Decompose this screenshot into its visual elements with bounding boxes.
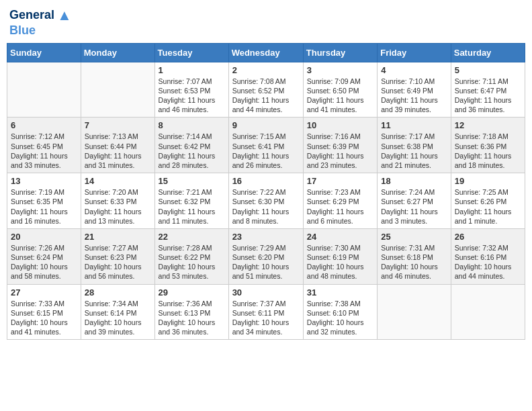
page-header: General ▲ Blue [7,7,525,38]
calendar-cell: 11Sunrise: 7:17 AM Sunset: 6:38 PM Dayli… [378,118,451,173]
day-info: Sunrise: 7:12 AM Sunset: 6:45 PM Dayligh… [11,132,77,170]
calendar-cell: 7Sunrise: 7:13 AM Sunset: 6:44 PM Daylig… [81,118,154,173]
calendar-cell [81,62,154,118]
day-number: 2 [232,65,300,75]
day-info: Sunrise: 7:16 AM Sunset: 6:39 PM Dayligh… [307,132,373,170]
calendar-table: SundayMondayTuesdayWednesdayThursdayFrid… [7,43,525,340]
day-info: Sunrise: 7:18 AM Sunset: 6:36 PM Dayligh… [455,132,521,170]
day-number: 21 [85,232,151,242]
day-info: Sunrise: 7:27 AM Sunset: 6:23 PM Dayligh… [85,243,151,281]
day-info: Sunrise: 7:17 AM Sunset: 6:38 PM Dayligh… [381,132,447,170]
day-number: 4 [381,65,447,75]
calendar-header-row: SundayMondayTuesdayWednesdayThursdayFrid… [7,43,525,62]
day-number: 12 [455,120,521,130]
day-number: 18 [381,176,447,186]
calendar-week-row: 27Sunrise: 7:33 AM Sunset: 6:15 PM Dayli… [7,284,525,340]
day-number: 3 [307,65,373,75]
day-info: Sunrise: 7:22 AM Sunset: 6:30 PM Dayligh… [232,187,300,226]
calendar-cell [378,284,451,340]
calendar-cell: 2Sunrise: 7:08 AM Sunset: 6:52 PM Daylig… [228,62,303,118]
calendar-cell: 18Sunrise: 7:24 AM Sunset: 6:27 PM Dayli… [378,173,451,229]
calendar-cell: 25Sunrise: 7:31 AM Sunset: 6:18 PM Dayli… [378,228,451,284]
calendar-cell: 12Sunrise: 7:18 AM Sunset: 6:36 PM Dayli… [451,118,525,173]
col-header-tuesday: Tuesday [154,43,228,62]
logo-bird-icon: ▲ [57,7,72,24]
day-number: 8 [159,120,225,130]
calendar-week-row: 6Sunrise: 7:12 AM Sunset: 6:45 PM Daylig… [7,118,525,173]
logo-text-blue: Blue [9,24,36,37]
day-info: Sunrise: 7:32 AM Sunset: 6:16 PM Dayligh… [455,243,521,281]
calendar-cell: 24Sunrise: 7:30 AM Sunset: 6:19 PM Dayli… [303,228,377,284]
day-info: Sunrise: 7:24 AM Sunset: 6:27 PM Dayligh… [381,187,447,226]
calendar-cell: 13Sunrise: 7:19 AM Sunset: 6:35 PM Dayli… [7,173,81,229]
day-number: 14 [85,176,151,186]
day-number: 27 [11,287,77,298]
day-info: Sunrise: 7:09 AM Sunset: 6:50 PM Dayligh… [307,77,373,115]
day-info: Sunrise: 7:21 AM Sunset: 6:32 PM Dayligh… [159,187,225,226]
col-header-wednesday: Wednesday [228,43,303,62]
calendar-cell: 19Sunrise: 7:25 AM Sunset: 6:26 PM Dayli… [451,173,525,229]
day-number: 31 [307,287,373,298]
day-number: 25 [381,232,447,242]
calendar-cell [451,284,525,340]
logo-text-general: General [9,9,54,22]
calendar-week-row: 13Sunrise: 7:19 AM Sunset: 6:35 PM Dayli… [7,173,525,229]
day-number: 17 [307,176,373,186]
day-number: 28 [85,287,151,298]
calendar-week-row: 20Sunrise: 7:26 AM Sunset: 6:24 PM Dayli… [7,228,525,284]
col-header-friday: Friday [378,43,451,62]
calendar-cell [7,62,81,118]
col-header-sunday: Sunday [7,43,81,62]
calendar-cell: 26Sunrise: 7:32 AM Sunset: 6:16 PM Dayli… [451,228,525,284]
calendar-cell: 22Sunrise: 7:28 AM Sunset: 6:22 PM Dayli… [154,228,228,284]
day-number: 30 [232,287,300,298]
day-number: 19 [455,176,521,186]
col-header-thursday: Thursday [303,43,377,62]
day-info: Sunrise: 7:31 AM Sunset: 6:18 PM Dayligh… [381,243,447,281]
day-info: Sunrise: 7:25 AM Sunset: 6:26 PM Dayligh… [455,187,521,226]
day-info: Sunrise: 7:08 AM Sunset: 6:52 PM Dayligh… [232,77,300,115]
calendar-week-row: 1Sunrise: 7:07 AM Sunset: 6:53 PM Daylig… [7,62,525,118]
day-number: 7 [85,120,151,130]
day-number: 1 [159,65,225,75]
calendar-cell: 27Sunrise: 7:33 AM Sunset: 6:15 PM Dayli… [7,284,81,340]
day-info: Sunrise: 7:13 AM Sunset: 6:44 PM Dayligh… [85,132,151,170]
calendar-cell: 17Sunrise: 7:23 AM Sunset: 6:29 PM Dayli… [303,173,377,229]
day-info: Sunrise: 7:33 AM Sunset: 6:15 PM Dayligh… [11,299,77,337]
calendar-cell: 4Sunrise: 7:10 AM Sunset: 6:49 PM Daylig… [378,62,451,118]
day-number: 15 [159,176,225,186]
day-info: Sunrise: 7:23 AM Sunset: 6:29 PM Dayligh… [307,187,373,226]
calendar-cell: 10Sunrise: 7:16 AM Sunset: 6:39 PM Dayli… [303,118,377,173]
day-number: 13 [11,176,77,186]
day-info: Sunrise: 7:14 AM Sunset: 6:42 PM Dayligh… [159,132,225,170]
calendar-cell: 21Sunrise: 7:27 AM Sunset: 6:23 PM Dayli… [81,228,154,284]
calendar-cell: 8Sunrise: 7:14 AM Sunset: 6:42 PM Daylig… [154,118,228,173]
calendar-cell: 23Sunrise: 7:29 AM Sunset: 6:20 PM Dayli… [228,228,303,284]
day-number: 24 [307,232,373,242]
day-info: Sunrise: 7:10 AM Sunset: 6:49 PM Dayligh… [381,77,447,115]
day-info: Sunrise: 7:11 AM Sunset: 6:47 PM Dayligh… [455,77,521,115]
calendar-cell: 1Sunrise: 7:07 AM Sunset: 6:53 PM Daylig… [154,62,228,118]
calendar-cell: 14Sunrise: 7:20 AM Sunset: 6:33 PM Dayli… [81,173,154,229]
calendar-cell: 30Sunrise: 7:37 AM Sunset: 6:11 PM Dayli… [228,284,303,340]
day-info: Sunrise: 7:20 AM Sunset: 6:33 PM Dayligh… [85,187,151,226]
day-number: 10 [307,120,373,130]
logo: General ▲ Blue [9,7,72,38]
calendar-cell: 5Sunrise: 7:11 AM Sunset: 6:47 PM Daylig… [451,62,525,118]
day-info: Sunrise: 7:19 AM Sunset: 6:35 PM Dayligh… [11,187,77,226]
day-info: Sunrise: 7:37 AM Sunset: 6:11 PM Dayligh… [232,299,300,337]
calendar-cell: 28Sunrise: 7:34 AM Sunset: 6:14 PM Dayli… [81,284,154,340]
calendar-cell: 31Sunrise: 7:38 AM Sunset: 6:10 PM Dayli… [303,284,377,340]
col-header-monday: Monday [81,43,154,62]
day-number: 29 [159,287,225,298]
day-info: Sunrise: 7:36 AM Sunset: 6:13 PM Dayligh… [159,299,225,337]
day-number: 22 [159,232,225,242]
day-number: 16 [232,176,300,186]
calendar-cell: 29Sunrise: 7:36 AM Sunset: 6:13 PM Dayli… [154,284,228,340]
day-info: Sunrise: 7:28 AM Sunset: 6:22 PM Dayligh… [159,243,225,281]
calendar-cell: 16Sunrise: 7:22 AM Sunset: 6:30 PM Dayli… [228,173,303,229]
day-info: Sunrise: 7:30 AM Sunset: 6:19 PM Dayligh… [307,243,373,281]
day-number: 23 [232,232,300,242]
calendar-cell: 9Sunrise: 7:15 AM Sunset: 6:41 PM Daylig… [228,118,303,173]
day-info: Sunrise: 7:26 AM Sunset: 6:24 PM Dayligh… [11,243,77,281]
